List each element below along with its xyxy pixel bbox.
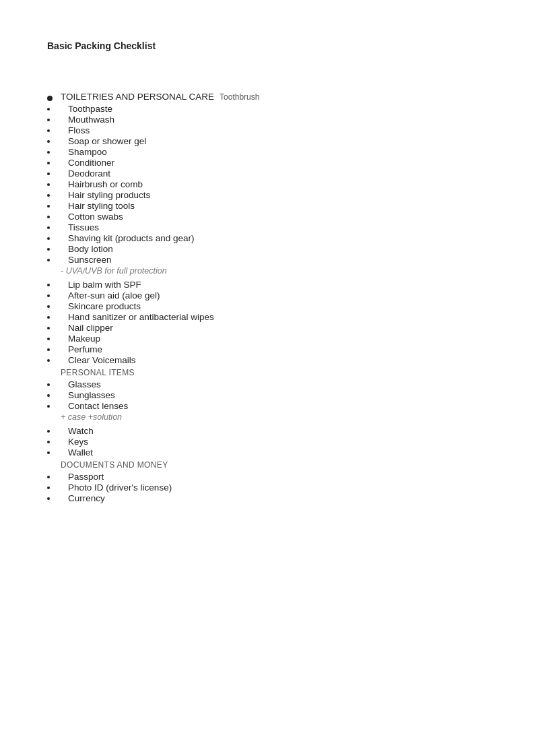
item-text: Body lotion	[68, 244, 113, 254]
section-inline-header: TOILETRIES AND PERSONAL CAREToothbrush	[61, 92, 259, 102]
list-item: After-sun aid (aloe gel)	[47, 290, 487, 301]
list-item: Sunglasses	[47, 389, 487, 400]
list-item: Soap or shower gel	[47, 135, 487, 146]
section-block-header: PERSONAL ITEMS	[47, 368, 487, 377]
item-text: Hand sanitizer or antibacterial wipes	[68, 312, 214, 322]
list-item: Body lotion	[47, 243, 487, 254]
item-text: Skincare products	[68, 301, 141, 311]
list-item: Keys	[47, 436, 487, 447]
list-item: Toothpaste	[47, 103, 487, 114]
item-note: - UVA/UVB for full protection	[61, 265, 487, 278]
list-item: Hairbrush or comb	[47, 179, 487, 189]
item-text: Makeup	[68, 334, 100, 344]
list-item: Skincare products	[47, 301, 487, 311]
bullet	[47, 96, 53, 101]
item-text: Photo ID (driver's license)	[68, 482, 172, 493]
page-title: Basic Packing Checklist	[47, 40, 487, 51]
item-text: Sunglasses	[68, 390, 115, 400]
item-text: Floss	[68, 125, 90, 135]
item-text: Deodorant	[68, 168, 110, 179]
list-item: Floss	[47, 125, 487, 135]
list-item: Watch	[47, 425, 487, 436]
list-item: Hand sanitizer or antibacterial wipes	[47, 311, 487, 322]
item-text: Currency	[68, 493, 105, 503]
section-block-header: DOCUMENTS AND MONEY	[47, 460, 487, 470]
list-item: Hair styling tools	[47, 200, 487, 211]
item-text: Hairbrush or comb	[68, 179, 143, 189]
list-item: Nail clipper	[47, 322, 487, 333]
item-text: Clear Voicemails	[68, 355, 136, 365]
item-text: Sunscreen	[68, 255, 112, 265]
section-inline-label: Toothbrush	[220, 92, 259, 102]
list-item: Cotton swabs	[47, 211, 487, 222]
list-item: Passport	[47, 471, 487, 482]
item-text: Toothpaste	[68, 104, 112, 114]
item-text: Cotton swabs	[68, 212, 123, 222]
item-text: Contact lenses	[68, 401, 128, 411]
item-text: Hair styling tools	[68, 201, 135, 211]
list-item: Conditioner	[47, 157, 487, 168]
item-text: Nail clipper	[68, 323, 113, 333]
item-text: Hair styling products	[68, 190, 150, 200]
item-text: Watch	[68, 426, 94, 436]
list-item: Mouthwash	[47, 114, 487, 125]
item-text: Mouthwash	[68, 115, 114, 125]
item-note: + case +solution	[61, 411, 487, 424]
list-item: Hair styling products	[47, 189, 487, 200]
item-text: Passport	[68, 472, 104, 482]
item-text: Tissues	[68, 222, 99, 232]
item-text: Shampoo	[68, 147, 107, 157]
list-item: Sunscreen	[47, 254, 487, 265]
list-item: Currency	[47, 493, 487, 503]
list-item: Shampoo	[47, 146, 487, 157]
list-item: Tissues	[47, 222, 487, 232]
item-text: Lip balm with SPF	[68, 280, 141, 290]
item-text: Glasses	[68, 379, 101, 389]
list-item: Lip balm with SPF	[47, 279, 487, 290]
item-text: Keys	[68, 437, 88, 447]
item-text: Shaving kit (products and gear)	[68, 233, 195, 243]
list-item: Wallet	[47, 447, 487, 458]
item-text: After-sun aid (aloe gel)	[68, 290, 160, 301]
list-item: Shaving kit (products and gear)	[47, 232, 487, 243]
list-item: Perfume	[47, 344, 487, 354]
item-text: Conditioner	[68, 158, 114, 168]
list-item: Deodorant	[47, 168, 487, 179]
list-item: Contact lenses	[47, 400, 487, 411]
item-text: Perfume	[68, 344, 102, 354]
list-item: Clear Voicemails	[47, 354, 487, 365]
list-item: Photo ID (driver's license)	[47, 482, 487, 493]
checklist-container: TOILETRIES AND PERSONAL CAREToothbrushTo…	[47, 92, 487, 503]
item-text: Wallet	[68, 447, 93, 458]
item-text: Soap or shower gel	[68, 136, 146, 146]
list-item: Makeup	[47, 333, 487, 344]
list-item: Glasses	[47, 379, 487, 389]
